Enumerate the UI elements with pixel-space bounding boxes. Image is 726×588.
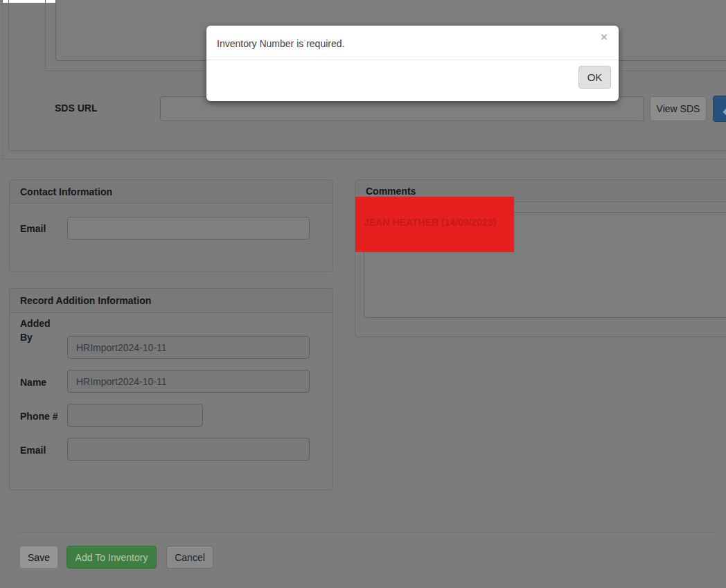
contact-panel-title: Contact Information	[10, 180, 333, 204]
redaction-box: JEAN HEATHER (14/09/2023)	[355, 197, 514, 252]
added-by-label: Added By	[20, 317, 63, 344]
sds-icon-button[interactable]	[713, 96, 726, 122]
modal-header: Inventory Number is required. ×	[206, 26, 619, 60]
add-to-inventory-button[interactable]: Add To Inventory	[67, 546, 157, 569]
close-icon[interactable]: ×	[601, 31, 608, 43]
contact-email-label: Email	[20, 223, 46, 234]
sds-url-label: SDS URL	[55, 103, 97, 114]
record-email-label: Email	[20, 443, 63, 457]
modal-message: Inventory Number is required.	[217, 38, 344, 49]
redaction-text: JEAN HEATHER (14/09/2023)	[364, 217, 496, 228]
view-sds-button[interactable]: View SDS	[650, 96, 707, 121]
cancel-button[interactable]: Cancel	[166, 546, 213, 569]
ok-button[interactable]: OK	[578, 66, 611, 89]
contact-email-input[interactable]	[67, 217, 310, 240]
diamond-icon	[723, 105, 726, 118]
name-label: Name	[20, 375, 63, 389]
record-panel-title: Record Addition Information	[10, 289, 333, 313]
phone-label: Phone #	[20, 409, 63, 423]
contact-information-panel: Contact Information Email	[9, 179, 333, 272]
alert-modal: Inventory Number is required. × OK	[206, 26, 619, 101]
phone-input	[67, 404, 203, 427]
save-button[interactable]: Save	[19, 546, 58, 569]
record-email-input	[67, 438, 310, 461]
footer-divider	[19, 532, 717, 533]
added-by-input	[67, 336, 310, 359]
modal-footer: OK	[206, 60, 619, 100]
name-input	[67, 370, 310, 393]
record-addition-panel: Record Addition Information Added By Nam…	[9, 288, 333, 490]
